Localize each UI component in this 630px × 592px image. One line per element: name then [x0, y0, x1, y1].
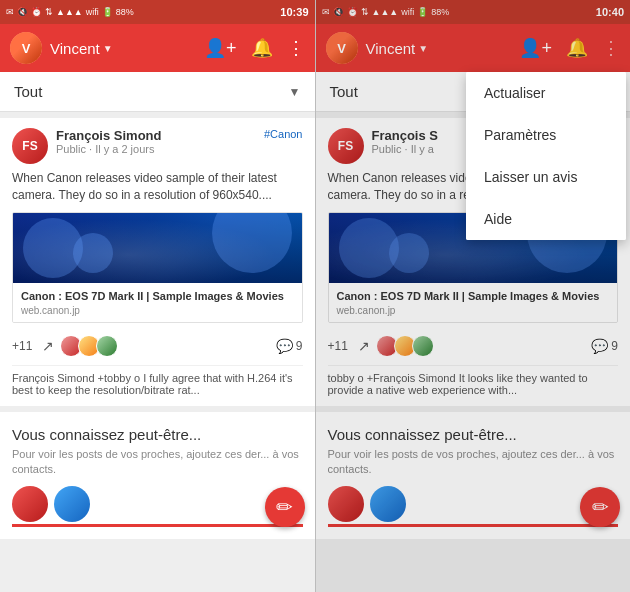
post-text-left: When Canon releases video sample of thei…: [12, 170, 303, 204]
battery-icon-right: 🔋: [417, 7, 428, 17]
comment-preview-left: François Simond +tobby o I fully agree t…: [12, 365, 303, 398]
share-icon-right[interactable]: ↗: [358, 338, 370, 354]
post-meta-left: François Simond Public · Il y a 2 jours: [56, 128, 256, 155]
user-avatar-right[interactable]: V: [326, 32, 358, 64]
status-bar-right: ✉ 🔇 ⏰ ⇅ ▲▲▲ wifi 🔋 88% 10:40: [316, 0, 631, 24]
status-right-right: 10:40: [596, 6, 624, 18]
alarm-icon-right: ⏰: [347, 7, 358, 17]
fab-button-left[interactable]: ✏: [265, 487, 305, 527]
post-avatar-right[interactable]: FS: [328, 128, 364, 164]
reaction-avatar-3-right: [412, 335, 434, 357]
link-info-right: Canon : EOS 7D Mark II | Sample Images &…: [329, 283, 618, 322]
time-left: 10:39: [280, 6, 308, 18]
mute-icon-right: 🔇: [333, 7, 344, 17]
sync-icon-right: ⇅: [361, 7, 369, 17]
battery-pct-right: 88%: [431, 7, 449, 17]
more-options-icon[interactable]: ⋮: [287, 37, 305, 59]
avatar-image-left: V: [10, 32, 42, 64]
post-actions-left: +11 ↗ 💬 9: [12, 331, 303, 361]
more-options-icon-right[interactable]: ⋮: [602, 37, 620, 59]
friends-icon[interactable]: 👤+: [204, 37, 237, 59]
link-bubbles-left: [13, 213, 302, 283]
content-left[interactable]: FS François Simond Public · Il y a 2 jou…: [0, 112, 315, 592]
suggestion-sub-right: Pour voir les posts de vos proches, ajou…: [328, 447, 619, 478]
action-avatars-right: [380, 335, 581, 357]
notification-bell-icon[interactable]: 🔔: [251, 37, 273, 59]
suggestion-card-right: Vous connaissez peut-être... Pour voir l…: [316, 412, 631, 539]
alarm-icon: ⏰: [31, 7, 42, 17]
suggestion-avatar-2-right: [370, 486, 406, 522]
status-bar-left: ✉ 🔇 ⏰ ⇅ ▲▲▲ wifi 🔋 88% 10:39: [0, 0, 315, 24]
suggestion-avatar-1-left: [12, 486, 48, 522]
link-image-left: [13, 213, 302, 283]
plus-count-right[interactable]: +11: [328, 339, 348, 353]
comment-icon-left: 💬: [276, 338, 293, 354]
status-right: 10:39: [280, 6, 308, 18]
gmail-icon-right: ✉: [322, 7, 330, 17]
signal-icon: ▲▲▲: [56, 7, 83, 17]
suggestion-title-right: Vous connaissez peut-être...: [328, 426, 619, 443]
dropdown-item-parametres[interactable]: Paramètres: [466, 114, 626, 156]
friends-icon-right[interactable]: 👤+: [519, 37, 552, 59]
post-tag-left[interactable]: #Canon: [264, 128, 303, 140]
status-left-icons-right: ✉ 🔇 ⏰ ⇅ ▲▲▲ wifi 🔋 88%: [322, 7, 450, 17]
wifi-icon-right: wifi: [401, 7, 414, 17]
share-icon-left[interactable]: ↗: [42, 338, 54, 354]
filter-row-left[interactable]: Tout ▼: [0, 72, 315, 112]
top-bar-icons-left: 👤+ 🔔 ⋮: [204, 37, 305, 59]
left-screen: ✉ 🔇 ⏰ ⇅ ▲▲▲ wifi 🔋 88% 10:39 V Vincent ▼…: [0, 0, 315, 592]
link-domain-left: web.canon.jp: [21, 305, 294, 316]
filter-label-left: Tout: [14, 83, 289, 100]
top-bar-icons-right: 👤+ 🔔 ⋮: [519, 37, 620, 59]
top-bar-right[interactable]: V Vincent ▼ 👤+ 🔔 ⋮: [316, 24, 631, 72]
filter-arrow-left: ▼: [289, 85, 301, 99]
suggestion-avatar-1-right: [328, 486, 364, 522]
dropdown-menu-right[interactable]: Actualiser Paramètres Laisser un avis Ai…: [466, 72, 626, 240]
fab-button-right[interactable]: ✏: [580, 487, 620, 527]
dropdown-item-actualiser[interactable]: Actualiser: [466, 72, 626, 114]
dropdown-item-aide[interactable]: Aide: [466, 198, 626, 240]
link-title-right: Canon : EOS 7D Mark II | Sample Images &…: [337, 289, 610, 303]
mute-icon: 🔇: [17, 7, 28, 17]
comment-text-left: François Simond +tobby o I fully agree t…: [12, 372, 293, 396]
suggestion-avatars-right: [328, 486, 619, 522]
link-info-left: Canon : EOS 7D Mark II | Sample Images &…: [13, 283, 302, 322]
wifi-icon: wifi: [86, 7, 99, 17]
user-avatar-left[interactable]: V: [10, 32, 42, 64]
notification-bell-icon-right[interactable]: 🔔: [566, 37, 588, 59]
post-avatar-left[interactable]: FS: [12, 128, 48, 164]
user-dropdown-arrow-right: ▼: [418, 43, 428, 54]
comment-number-right: 9: [611, 339, 618, 353]
bubble2: [73, 233, 113, 273]
comment-count-right[interactable]: 💬 9: [591, 338, 618, 354]
user-dropdown-arrow-left: ▼: [103, 43, 113, 54]
status-left-icons: ✉ 🔇 ⏰ ⇅ ▲▲▲ wifi 🔋 88%: [6, 7, 134, 17]
avatar-image-right: V: [326, 32, 358, 64]
right-screen: ✉ 🔇 ⏰ ⇅ ▲▲▲ wifi 🔋 88% 10:40 V Vincent ▼…: [316, 0, 631, 592]
red-bar-right: [328, 524, 619, 527]
suggestion-card-left: Vous connaissez peut-être... Pour voir l…: [0, 412, 315, 539]
suggestion-sub-left: Pour voir les posts de vos proches, ajou…: [12, 447, 303, 478]
comment-preview-right: tobby o +François Simond It looks like t…: [328, 365, 619, 398]
suggestion-avatar-2-left: [54, 486, 90, 522]
bubble2r: [389, 233, 429, 273]
comment-count-left[interactable]: 💬 9: [276, 338, 303, 354]
dropdown-item-laisser-avis[interactable]: Laisser un avis: [466, 156, 626, 198]
red-bar-left: [12, 524, 303, 527]
battery-pct-left: 88%: [116, 7, 134, 17]
post-header-left: FS François Simond Public · Il y a 2 jou…: [12, 128, 303, 164]
post-actions-right: +11 ↗ 💬 9: [328, 331, 619, 361]
user-name-left[interactable]: Vincent ▼: [50, 40, 196, 57]
link-title-left: Canon : EOS 7D Mark II | Sample Images &…: [21, 289, 294, 303]
time-right: 10:40: [596, 6, 624, 18]
battery-icon: 🔋: [102, 7, 113, 17]
comment-text-right: tobby o +François Simond It looks like t…: [328, 372, 588, 396]
suggestion-avatars-left: [12, 486, 303, 522]
plus-count-left[interactable]: +11: [12, 339, 32, 353]
bubble3: [212, 213, 292, 273]
post-author-left: François Simond: [56, 128, 256, 143]
link-domain-right: web.canon.jp: [337, 305, 610, 316]
user-name-right[interactable]: Vincent ▼: [366, 40, 512, 57]
link-preview-left[interactable]: Canon : EOS 7D Mark II | Sample Images &…: [12, 212, 303, 323]
top-bar-left[interactable]: V Vincent ▼ 👤+ 🔔 ⋮: [0, 24, 315, 72]
